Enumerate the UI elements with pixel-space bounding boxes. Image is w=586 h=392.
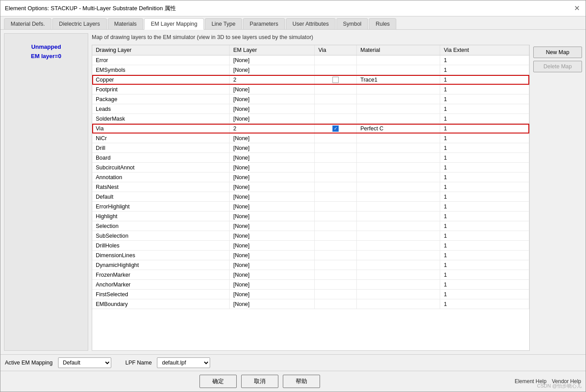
footer-buttons: 确定 取消 帮助: [5, 375, 515, 388]
drawing-layer-cell: Default: [92, 192, 230, 202]
layer-table-container[interactable]: Drawing Layer EM Layer Via Material Via …: [92, 45, 530, 351]
table-row[interactable]: DimensionLines[None]1: [92, 251, 529, 260]
em-layer-cell: [None]: [230, 299, 315, 309]
tab-material-defs[interactable]: Material Defs.: [4, 18, 51, 29]
table-row[interactable]: SolderMask[None]1: [92, 114, 529, 124]
tab-em-layer-mapping[interactable]: EM Layer Mapping: [144, 18, 204, 30]
drawing-layer-cell: DrillHoles: [92, 241, 230, 251]
via-extent-cell: 1: [440, 231, 529, 241]
table-row[interactable]: SubcircuitAnnot[None]1: [92, 163, 529, 172]
tab-rules[interactable]: Rules: [369, 18, 396, 29]
table-row[interactable]: ErrorHighlight[None]1: [92, 202, 529, 212]
drawing-layer-cell: Highlight: [92, 212, 230, 221]
bottom-bar: Active EM Mapping Default LPF Name defau…: [0, 354, 586, 371]
via-extent-cell: 1: [440, 182, 529, 192]
via-cell: [315, 85, 357, 94]
via-cell: [315, 290, 357, 299]
material-cell: [357, 114, 440, 124]
table-row[interactable]: Error[None]1: [92, 55, 529, 65]
left-panel: Unmapped EM layer=0: [4, 33, 88, 351]
via-extent-cell: 1: [440, 124, 529, 133]
via-checkbox-unchecked[interactable]: [332, 77, 339, 83]
tab-line-type[interactable]: Line Type: [205, 18, 242, 29]
via-cell: [315, 202, 357, 212]
material-cell: [357, 192, 440, 202]
em-layer-cell: [None]: [230, 153, 315, 163]
via-extent-cell: 1: [440, 221, 529, 231]
active-em-mapping-select[interactable]: Default: [58, 357, 111, 368]
table-row[interactable]: Board[None]1: [92, 153, 529, 163]
close-button[interactable]: ✕: [572, 4, 581, 13]
table-row[interactable]: DynamicHighlight[None]1: [92, 260, 529, 270]
drawing-layer-cell: Leads: [92, 104, 230, 114]
table-row[interactable]: Default[None]1: [92, 192, 529, 202]
table-row[interactable]: Drill[None]1: [92, 143, 529, 153]
table-row[interactable]: Selection[None]1: [92, 221, 529, 231]
table-row[interactable]: Leads[None]1: [92, 104, 529, 114]
table-row[interactable]: Via2Perfect C1: [92, 124, 529, 133]
em-layer-cell: 2: [230, 75, 315, 85]
via-extent-cell: 1: [440, 251, 529, 260]
table-row[interactable]: Highlight[None]1: [92, 212, 529, 221]
em-layer-cell: [None]: [230, 114, 315, 124]
table-row[interactable]: FrozenMarker[None]1: [92, 270, 529, 280]
tab-dielectric-layers[interactable]: Dielectric Layers: [52, 18, 106, 29]
table-row[interactable]: DrillHoles[None]1: [92, 241, 529, 251]
description-text: Map of drawing layers to the EM simulato…: [92, 33, 530, 42]
via-cell[interactable]: [315, 75, 357, 85]
via-checkbox-checked[interactable]: [332, 125, 339, 132]
tab-materials[interactable]: Materials: [108, 18, 144, 29]
via-cell: [315, 221, 357, 231]
material-cell: [357, 94, 440, 104]
via-cell[interactable]: [315, 124, 357, 133]
via-cell: [315, 182, 357, 192]
via-extent-cell: 1: [440, 114, 529, 124]
delete-map-button[interactable]: Delete Map: [533, 61, 582, 72]
via-extent-cell: 1: [440, 241, 529, 251]
via-cell: [315, 192, 357, 202]
table-row[interactable]: RatsNest[None]1: [92, 182, 529, 192]
main-area: Map of drawing layers to the EM simulato…: [92, 33, 530, 351]
table-row[interactable]: EMSymbols[None]1: [92, 65, 529, 75]
drawing-layer-cell: SubcircuitAnnot: [92, 163, 230, 172]
drawing-layer-cell: DynamicHighlight: [92, 260, 230, 270]
via-cell: [315, 153, 357, 163]
tab-parameters[interactable]: Parameters: [243, 18, 285, 29]
em-layer-cell: [None]: [230, 290, 315, 299]
cancel-button[interactable]: 取消: [241, 375, 278, 388]
table-row[interactable]: AnchorMarker[None]1: [92, 280, 529, 290]
new-map-button[interactable]: New Map: [533, 47, 582, 58]
tab-symbol[interactable]: Symbol: [336, 18, 368, 29]
table-row[interactable]: NiCr[None]1: [92, 133, 529, 143]
col-header-material: Material: [357, 45, 440, 55]
via-extent-cell: 1: [440, 299, 529, 309]
em-layer-cell: [None]: [230, 221, 315, 231]
table-row[interactable]: Copper2Trace11: [92, 75, 529, 85]
table-row[interactable]: SubSelection[None]1: [92, 231, 529, 241]
help-button[interactable]: 帮助: [283, 375, 320, 388]
em-layer-cell: [None]: [230, 231, 315, 241]
lpf-name-select[interactable]: default.lpf: [157, 357, 210, 368]
table-row[interactable]: FirstSelected[None]1: [92, 290, 529, 299]
material-cell: [357, 133, 440, 143]
em-layer-text: EM layer=0: [31, 52, 61, 61]
em-layer-cell: [None]: [230, 202, 315, 212]
title-bar: Element Options: STACKUP - Multi-Layer S…: [0, 0, 586, 16]
via-extent-cell: 1: [440, 85, 529, 94]
material-cell: [357, 172, 440, 182]
window-title: Element Options: STACKUP - Multi-Layer S…: [5, 4, 176, 12]
table-row[interactable]: EMBoundary[None]1: [92, 299, 529, 309]
via-extent-cell: 1: [440, 75, 529, 85]
material-cell: [357, 153, 440, 163]
via-extent-cell: 1: [440, 94, 529, 104]
confirm-button[interactable]: 确定: [199, 375, 237, 388]
em-layer-cell: [None]: [230, 192, 315, 202]
material-cell: [357, 65, 440, 75]
drawing-layer-cell: ErrorHighlight: [92, 202, 230, 212]
watermark: CSDN @怡步晓心儿: [537, 383, 582, 389]
tab-user-attributes[interactable]: User Attributes: [286, 18, 336, 29]
table-row[interactable]: Annotation[None]1: [92, 172, 529, 182]
unmapped-info: Unmapped EM layer=0: [31, 43, 61, 61]
table-row[interactable]: Package[None]1: [92, 94, 529, 104]
table-row[interactable]: Footprint[None]1: [92, 85, 529, 94]
